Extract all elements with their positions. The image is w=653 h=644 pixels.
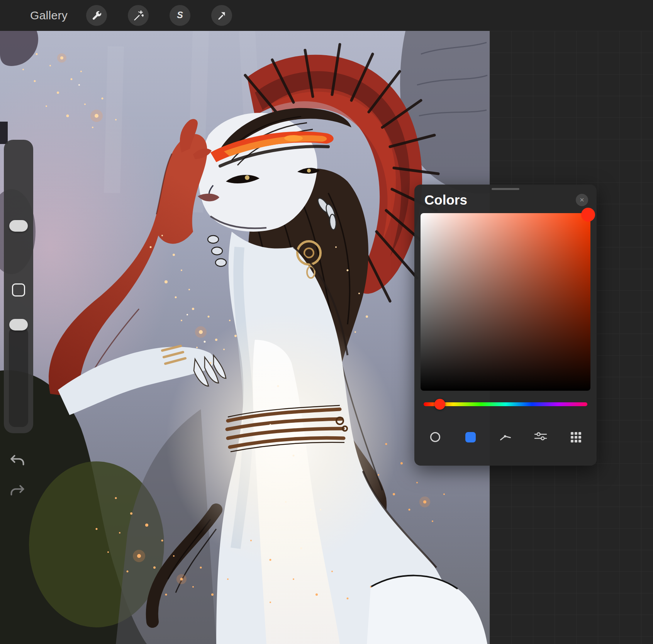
tab-classic-active[interactable] <box>463 429 478 445</box>
actions-button[interactable] <box>86 5 107 26</box>
value-mode-icon-button[interactable] <box>533 429 548 445</box>
tab-disc[interactable] <box>427 429 443 445</box>
close-icon: ✕ <box>580 197 585 203</box>
colors-panel-header: Colors ✕ <box>414 190 597 213</box>
colors-panel: Colors ✕ <box>414 185 597 466</box>
tab-harmony[interactable] <box>498 429 513 445</box>
adjustments-button[interactable] <box>128 5 149 26</box>
modify-button[interactable] <box>12 283 25 297</box>
sidebar-sliders <box>4 140 33 433</box>
color-mode-tabs <box>414 429 597 445</box>
palettes-grid-icon <box>571 432 581 442</box>
undo-icon <box>9 453 26 471</box>
gallery-button[interactable]: Gallery <box>30 9 68 22</box>
wrench-icon <box>91 10 102 21</box>
brush-size-slider[interactable] <box>9 220 28 232</box>
classic-mode-icon <box>465 432 476 442</box>
toolbar-buttons: S <box>86 5 232 26</box>
tab-palettes[interactable] <box>568 429 583 445</box>
selection-button[interactable]: S <box>170 5 190 26</box>
saturation-brightness-picker[interactable] <box>421 213 590 391</box>
top-toolbar: Gallery S <box>0 0 653 31</box>
disc-mode-icon <box>430 432 440 442</box>
hue-slider-knob[interactable] <box>434 399 445 410</box>
redo-icon <box>9 483 26 502</box>
opacity-slider-track <box>9 327 28 427</box>
svg-text:S: S <box>177 10 183 20</box>
colors-panel-title: Colors <box>424 192 467 208</box>
magic-wand-icon <box>133 10 144 21</box>
undo-button[interactable] <box>6 451 29 473</box>
color-selection-dot[interactable] <box>581 208 595 222</box>
transform-button[interactable] <box>211 5 232 26</box>
move-arrow-icon <box>216 10 227 21</box>
value-sliders-icon <box>534 430 547 444</box>
opacity-slider[interactable] <box>9 319 28 330</box>
hue-slider[interactable] <box>424 402 587 406</box>
selection-s-icon: S <box>175 10 185 21</box>
redo-button[interactable] <box>6 481 29 503</box>
harmony-mode-icon <box>499 430 512 444</box>
close-button[interactable]: ✕ <box>576 194 588 206</box>
